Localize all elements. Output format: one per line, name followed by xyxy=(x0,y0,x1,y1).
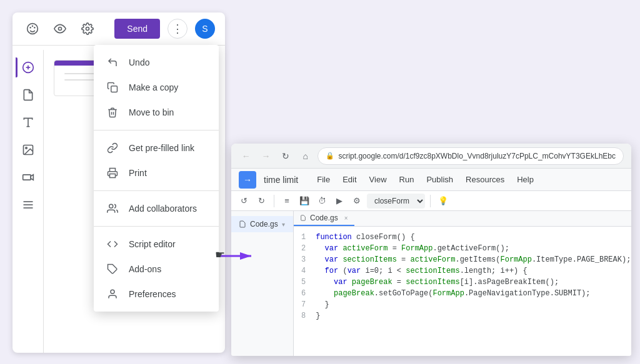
address-text: script.google.com/d/1cf9zc8pXWbDlo_Vvnd8… xyxy=(338,152,616,160)
menu-resources[interactable]: Resources xyxy=(459,172,511,187)
menu-publish[interactable]: Publish xyxy=(420,172,459,187)
settings-icon[interactable] xyxy=(78,19,98,39)
editor-header: → time limit File Edit View Run Publish … xyxy=(231,169,631,191)
menu-item-move-to-bin-label: Move to bin xyxy=(129,107,174,117)
code-line: function closeForm() { xyxy=(316,232,631,243)
code-area: 12345678 function closeForm() { var acti… xyxy=(294,227,631,356)
dots-icon: ⋮ xyxy=(172,22,183,36)
svg-rect-19 xyxy=(110,174,116,178)
menu-run[interactable]: Run xyxy=(393,172,421,187)
code-icon xyxy=(106,238,119,250)
home-button[interactable]: ⌂ xyxy=(298,149,313,164)
link-icon xyxy=(106,142,119,154)
sidebar-item-section[interactable] xyxy=(16,192,41,217)
preferences-icon xyxy=(106,288,119,300)
line-number: 3 xyxy=(301,254,306,265)
svg-point-2 xyxy=(32,26,34,27)
browser-address-bar[interactable]: 🔒 script.google.com/d/1cf9zc8pXWbDlo_Vvn… xyxy=(318,147,624,165)
tab-code-gs[interactable]: Code.gs × xyxy=(294,211,354,226)
menu-item-undo[interactable]: Undo xyxy=(94,50,219,75)
code-line: for (var i=0; i < sectionItems.length; i… xyxy=(316,265,631,277)
back-button[interactable]: ← xyxy=(239,149,254,164)
avatar[interactable]: S xyxy=(195,19,215,39)
menu-item-prefilled-link-label: Get pre-filled link xyxy=(129,143,194,153)
svg-point-20 xyxy=(109,204,113,208)
menu-divider-1 xyxy=(94,130,219,130)
code-line: } xyxy=(316,299,631,310)
reload-button[interactable]: ↻ xyxy=(278,149,293,164)
sidebar-item-import[interactable] xyxy=(16,82,41,107)
browser-toolbar: ← → ↻ ⌂ 🔒 script.google.com/d/1cf9zc8pXW… xyxy=(231,144,631,169)
menu-divider-2 xyxy=(94,190,219,191)
sidebar-item-add[interactable] xyxy=(16,55,41,80)
debug-btn[interactable]: ⚙ xyxy=(349,194,364,209)
eye-icon[interactable] xyxy=(50,19,70,39)
line-number: 2 xyxy=(301,243,306,254)
sidebar-item-text[interactable] xyxy=(16,110,41,135)
code-line: var activeForm = FormApp.getActiveForm()… xyxy=(316,243,631,254)
run-btn[interactable]: ▶ xyxy=(332,194,347,209)
menu-item-make-copy[interactable]: Make a copy xyxy=(94,75,219,100)
file-icon xyxy=(239,220,246,228)
help-toolbar-btn[interactable]: 💡 xyxy=(436,194,451,209)
more-options-button[interactable]: ⋮ xyxy=(168,19,188,39)
file-dropdown-icon[interactable]: ▾ xyxy=(282,221,285,228)
menu-file[interactable]: File xyxy=(311,172,336,187)
clock-btn[interactable]: ⏱ xyxy=(314,194,329,209)
line-number: 8 xyxy=(301,310,306,322)
code-tabs: Code.gs × xyxy=(294,211,631,227)
indent-btn[interactable]: ≡ xyxy=(279,194,294,209)
menu-item-add-ons-label: Add-ons xyxy=(129,264,161,274)
menu-item-add-collaborators[interactable]: Add collaborators xyxy=(94,196,219,221)
form-panel: Send ⋮ S xyxy=(12,12,225,353)
svg-point-1 xyxy=(29,27,31,29)
svg-point-22 xyxy=(111,290,114,293)
code-line: } xyxy=(316,310,631,322)
save-btn[interactable]: 💾 xyxy=(297,194,312,209)
trash-icon xyxy=(106,106,119,119)
toolbar: Send ⋮ S xyxy=(12,12,225,46)
editor-menu: File Edit View Run Publish Resources Hel… xyxy=(311,172,540,187)
dropdown-menu: Undo Make a copy xyxy=(94,45,219,312)
menu-item-preferences[interactable]: Preferences xyxy=(94,282,219,307)
svg-point-0 xyxy=(28,24,38,34)
menu-item-prefilled-link[interactable]: Get pre-filled link xyxy=(94,135,219,160)
people-icon xyxy=(106,202,119,215)
menu-item-add-collaborators-label: Add collaborators xyxy=(129,204,197,214)
redo-toolbar-btn[interactable]: ↻ xyxy=(254,194,269,209)
menu-item-move-to-bin[interactable]: Move to bin xyxy=(94,100,219,125)
sidebar-item-video[interactable] xyxy=(16,165,41,190)
line-number: 7 xyxy=(301,299,306,310)
line-number: 5 xyxy=(301,277,306,288)
menu-item-undo-label: Undo xyxy=(129,57,149,67)
menu-item-add-ons[interactable]: Add-ons xyxy=(94,257,219,282)
undo-toolbar-btn[interactable]: ↺ xyxy=(236,194,251,209)
tab-close-icon[interactable]: × xyxy=(344,215,348,222)
file-item-code-gs[interactable]: Code.gs ▾ xyxy=(231,216,293,232)
lock-icon: 🔒 xyxy=(326,152,334,160)
menu-item-preferences-label: Preferences xyxy=(129,289,176,299)
editor-title: time limit xyxy=(264,175,298,185)
menu-edit[interactable]: Edit xyxy=(336,172,362,187)
svg-point-4 xyxy=(59,27,62,31)
sidebar-item-image[interactable] xyxy=(16,137,41,162)
menu-divider-3 xyxy=(94,226,219,227)
tab-name: Code.gs xyxy=(310,214,338,222)
puzzle-icon xyxy=(106,263,119,275)
function-select[interactable]: closeForm xyxy=(367,194,425,209)
menu-view[interactable]: View xyxy=(363,172,393,187)
cursor-hand-icon: ☛ xyxy=(215,248,225,262)
palette-icon[interactable] xyxy=(22,19,42,39)
menu-item-script-editor[interactable]: Script editor ☛ xyxy=(94,232,219,257)
send-button[interactable]: Send xyxy=(114,19,160,39)
editor-logo: → xyxy=(239,171,256,189)
editor-toolbar: ↺ ↻ ≡ 💾 ⏱ ▶ ⚙ closeForm 💡 xyxy=(231,191,631,211)
browser-window: ← → ↻ ⌂ 🔒 script.google.com/d/1cf9zc8pXW… xyxy=(231,144,631,356)
main-wrapper: Send ⋮ S xyxy=(0,0,640,364)
menu-item-print[interactable]: Print xyxy=(94,160,219,185)
forward-button[interactable]: → xyxy=(259,149,274,164)
menu-help[interactable]: Help xyxy=(511,172,540,187)
print-icon xyxy=(106,167,119,179)
tab-file-icon xyxy=(300,215,306,221)
code-line: var pageBreak = sectionItems[i].asPageBr… xyxy=(316,277,631,288)
